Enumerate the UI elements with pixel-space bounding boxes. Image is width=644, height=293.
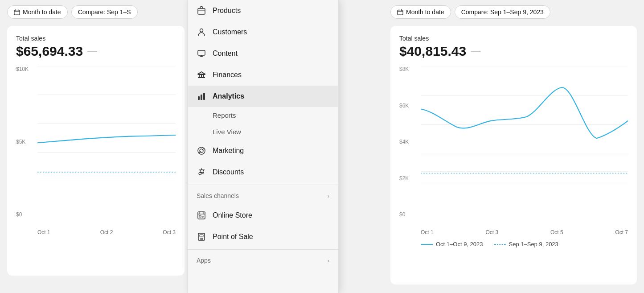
svg-rect-0 [14,10,20,15]
left-dashboard: Month to date Compare: Sep 1–S Total sal… [0,0,192,293]
menu-label-discounts: Discounts [213,168,244,176]
svg-rect-11 [198,74,205,75]
menu-item-point-of-sale[interactable]: Point of Sale [188,226,338,248]
svg-rect-13 [201,75,202,77]
svg-rect-23 [199,215,201,217]
menu-item-content[interactable]: Content [188,43,338,64]
menu-label-analytics: Analytics [213,92,244,100]
svg-point-27 [201,238,202,239]
right-top-bar: Month to date Compare: Sep 1–Sep 9, 2023 [390,5,637,19]
chevron-right-icon-2: › [328,257,329,264]
left-card-label: Total sales [16,35,176,42]
svg-rect-22 [198,212,205,219]
chart-legend: Oct 1–Oct 9, 2023 Sep 1–Sep 9, 2023 [399,241,628,248]
svg-rect-18 [203,93,205,100]
package-icon [197,6,206,16]
menu-item-customers[interactable]: Customers [188,21,338,43]
menu-label-customers: Customers [213,28,247,36]
svg-rect-15 [198,77,205,78]
menu-label-content: Content [213,50,238,58]
svg-rect-17 [201,95,202,100]
svg-point-31 [202,239,203,240]
svg-rect-14 [203,75,204,77]
legend-solid: Oct 1–Oct 9, 2023 [421,241,483,248]
right-chart-svg [421,66,628,183]
store-icon [197,210,206,220]
svg-point-9 [200,29,203,32]
menu-item-discounts[interactable]: Discounts [188,161,338,183]
bank-icon [197,70,206,80]
menu-divider-1 [188,185,338,185]
right-compare-button[interactable]: Compare: Sep 1–Sep 9, 2023 [455,5,550,19]
left-compare-button[interactable]: Compare: Sep 1–S [71,5,138,19]
section-label-apps: Apps [197,257,211,264]
menu-item-analytics[interactable]: Analytics [188,86,338,107]
left-chart-area: $10K $5K $0 Oct 1 Oct 2 [16,66,176,235]
legend-dotted: Sep 1–Sep 9, 2023 [494,241,558,248]
legend-solid-line [421,244,433,245]
right-x-labels: Oct 1 Oct 3 Oct 5 Oct 7 [421,229,628,235]
monitor-icon [197,49,206,58]
svg-point-28 [202,238,203,239]
left-sales-card: Total sales $65,694.33 — $10K $5K $0 [7,26,185,276]
left-date-button[interactable]: Month to date [7,5,68,19]
marketing-icon [197,146,206,156]
menu-sub-item-reports[interactable]: Reports [188,107,338,124]
menu-label-online-store: Online Store [213,211,252,219]
nav-dropdown: Products Customers Content [187,0,339,293]
right-sales-card: Total sales $40,815.43 — $8K $6K $4K $2K… [390,26,637,285]
svg-rect-32 [398,10,403,15]
menu-item-finances[interactable]: Finances [188,64,338,86]
calendar-icon [14,9,20,15]
menu-section-apps[interactable]: Apps › [188,252,338,269]
menu-section-sales-channels[interactable]: Sales channels › [188,187,338,205]
legend-dotted-label: Sep 1–Sep 9, 2023 [509,241,558,248]
menu-label-products: Products [213,7,241,15]
svg-rect-8 [198,8,205,14]
right-chart-area: $8K $6K $4K $2K $0 Oct 1 [399,66,628,235]
menu-item-marketing[interactable]: Marketing [188,140,338,161]
calendar-icon-right [397,9,403,15]
chart-icon [197,91,206,101]
menu-label-reports: Reports [213,111,236,119]
left-card-value: $65,694.33 — [16,44,176,59]
svg-point-19 [198,147,205,154]
left-y-labels: $10K $5K $0 [16,66,29,218]
svg-point-30 [201,239,202,240]
left-top-bar: Month to date Compare: Sep 1–S [7,5,185,19]
discount-icon [197,167,206,177]
svg-point-29 [200,239,201,240]
left-chart-svg [37,66,176,181]
right-dashboard: Month to date Compare: Sep 1–Sep 9, 2023… [383,0,644,293]
svg-rect-25 [200,235,203,237]
menu-label-finances: Finances [213,71,242,79]
legend-dotted-line [494,244,506,245]
svg-rect-10 [198,50,205,55]
chevron-right-icon: › [328,193,329,199]
legend-solid-label: Oct 1–Oct 9, 2023 [436,241,483,248]
pos-icon [197,232,206,242]
right-card-value: $40,815.43 — [399,44,628,59]
menu-item-online-store[interactable]: Online Store [188,205,338,226]
left-x-labels: Oct 1 Oct 2 Oct 3 [37,229,176,235]
section-label-sales-channels: Sales channels [197,192,239,199]
right-date-button[interactable]: Month to date [390,5,451,19]
right-card-label: Total sales [399,35,628,42]
menu-label-marketing: Marketing [213,147,244,155]
right-y-labels: $8K $6K $4K $2K $0 [399,66,409,218]
menu-label-point-of-sale: Point of Sale [213,233,253,241]
menu-divider-2 [188,249,338,250]
menu-sub-item-live-view[interactable]: Live View [188,124,338,140]
person-icon [197,27,206,37]
menu-label-live-view: Live View [213,128,241,136]
svg-rect-16 [198,96,200,100]
menu-item-products[interactable]: Products [188,0,338,21]
svg-rect-12 [199,75,200,77]
svg-point-26 [200,238,201,239]
